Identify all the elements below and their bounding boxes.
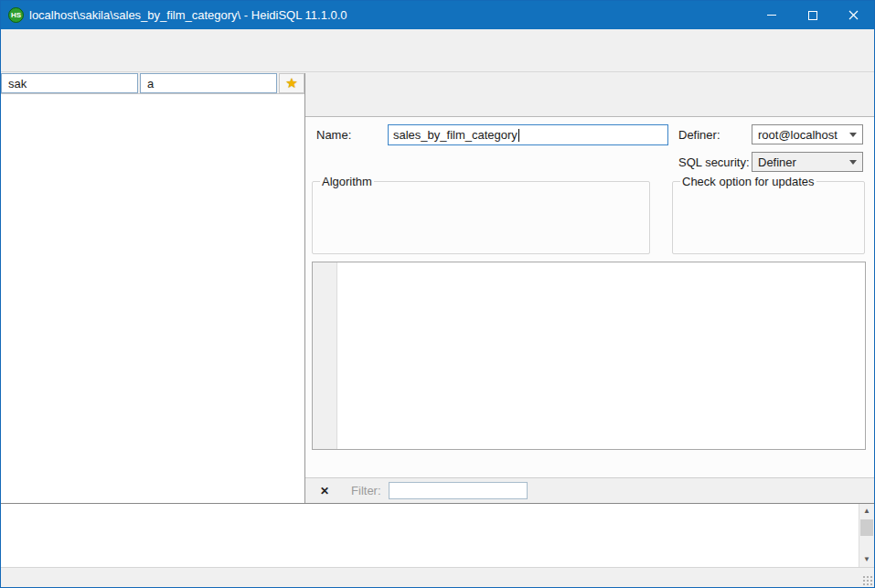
close-icon <box>848 10 859 20</box>
scroll-thumb[interactable] <box>860 519 873 536</box>
title-bar: HS localhost\sakila\sales_by_film_catego… <box>1 1 874 29</box>
text-caret <box>518 129 519 142</box>
check-option-legend: Check option for updates <box>680 175 816 188</box>
log-scrollbar[interactable]: ▲ ▼ <box>859 504 874 567</box>
close-filter-icon[interactable]: ✕ <box>315 484 335 498</box>
view-options-pane: Name: sales_by_film_category Definer: ro… <box>305 116 874 477</box>
view-tab-bar <box>305 94 874 116</box>
filter-bar: ✕ Filter: <box>305 477 874 503</box>
name-label: Name: <box>316 128 351 142</box>
definer-value: root@localhost <box>758 128 838 142</box>
window-title: localhost\sakila\sales_by_film_category\… <box>29 8 347 22</box>
algorithm-group: Algorithm <box>312 175 650 254</box>
close-button[interactable] <box>833 1 874 29</box>
minimize-button[interactable] <box>751 1 792 29</box>
chevron-down-icon <box>849 160 857 165</box>
sql-log-panel: ▲ ▼ <box>1 503 874 567</box>
column-filter-input[interactable]: a <box>140 73 277 93</box>
maximize-button[interactable] <box>792 1 833 29</box>
view-name-value: sales_by_film_category <box>393 128 518 142</box>
sql-security-label: SQL security: <box>678 155 750 169</box>
editor-code[interactable] <box>337 262 865 449</box>
star-icon: ★ <box>285 75 297 91</box>
heidisql-window: HS localhost\sakila\sales_by_film_catego… <box>0 0 875 588</box>
table-filter-value: sak <box>5 77 134 91</box>
filter-input[interactable] <box>389 482 528 499</box>
editor-line-numbers <box>313 262 337 449</box>
log-line-numbers <box>1 504 31 567</box>
toolbar <box>1 48 874 72</box>
scroll-up-icon[interactable]: ▲ <box>859 504 874 519</box>
scroll-down-icon[interactable]: ▼ <box>859 552 874 567</box>
main-panel: Name: sales_by_film_category Definer: ro… <box>305 73 874 503</box>
definer-select[interactable]: root@localhost <box>752 124 863 144</box>
status-bar <box>1 567 874 587</box>
view-sql-editor[interactable] <box>312 262 866 450</box>
favorites-button[interactable]: ★ <box>279 73 304 93</box>
resize-grip[interactable] <box>862 575 873 586</box>
chevron-down-icon <box>849 133 857 137</box>
definer-label: Definer: <box>678 128 720 142</box>
table-filter-input[interactable]: sak <box>1 73 138 93</box>
sql-security-select[interactable]: Definer <box>752 152 863 172</box>
menu-bar <box>1 29 874 48</box>
check-option-group: Check option for updates <box>672 175 865 254</box>
database-tree-panel: sak a ★ <box>1 73 305 503</box>
database-tree <box>1 94 304 503</box>
sql-security-value: Definer <box>758 155 796 169</box>
log-content <box>31 504 859 567</box>
filter-label: Filter: <box>351 484 381 497</box>
algorithm-legend: Algorithm <box>320 175 374 188</box>
column-filter-value: a <box>144 77 273 91</box>
app-logo-icon: HS <box>8 7 24 23</box>
view-name-input[interactable]: sales_by_film_category <box>388 124 668 145</box>
main-tab-bar <box>305 73 874 94</box>
